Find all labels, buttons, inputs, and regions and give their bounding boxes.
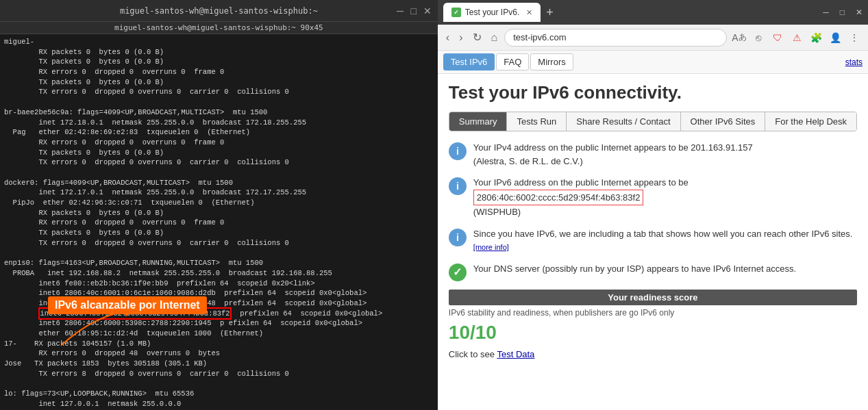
readiness-bar: Your readiness score bbox=[449, 290, 857, 305]
terminal-line-20: TX errors 0 dropped 0 overruns 0 carrier… bbox=[4, 239, 289, 247]
browser-maximize-btn[interactable]: □ bbox=[840, 8, 845, 17]
terminal-line-19: TX packets 0 bytes 0 (0.0 B) bbox=[4, 229, 164, 237]
home-btn[interactable]: ⌂ bbox=[488, 30, 501, 45]
info-icon-dns: ✓ bbox=[449, 264, 467, 281]
content-tab-summary[interactable]: Summary bbox=[449, 112, 508, 131]
terminal-line-4: TX packets 0 bytes 0 (0.0 B) bbox=[4, 78, 164, 86]
terminal-title: miguel-santos-wh@miguel-santos-wisphub:~ bbox=[120, 6, 318, 16]
translate-icon[interactable]: Aあ bbox=[731, 29, 747, 46]
tab-favicon: ✓ bbox=[451, 8, 461, 17]
terminal-line-14: docker0: flags=4099<UP,BROADCAST,MULTICA… bbox=[4, 179, 233, 187]
info-icon-ipv4: i bbox=[449, 142, 467, 160]
terminal-highlighted-line: inet6 2806:40c:6002:cccc:5d29:954f:4b63:… bbox=[4, 307, 382, 320]
terminal-line-32: Jose TX packets 1853 bytes 305188 (305.1… bbox=[4, 359, 207, 368]
terminal-line-33: TX errors 8 dropped 0 overruns 0 carrier… bbox=[4, 370, 289, 378]
terminal-line-11: TX packets 0 bytes 0 (0.0 B) bbox=[4, 149, 164, 157]
more-info-link[interactable]: [more info] bbox=[473, 243, 509, 251]
terminal-line-15: inet 172.17.0.1 netmask 255.255.0.0 broa… bbox=[4, 188, 306, 196]
content-tab-share[interactable]: Share Results / Contact bbox=[567, 112, 680, 131]
terminal-window: miguel-santos-wh@miguel-santos-wisphub:~… bbox=[0, 0, 438, 410]
terminal-line-36: inet 127.0.0.1 netmask 255.0.0.0 bbox=[4, 400, 181, 408]
terminal-line-35: lo: flags=73<UP,LOOPBACK,RUNNING> mtu 65… bbox=[4, 389, 194, 398]
terminal-line-1: RX packets 0 bytes 0 (0.0 B) bbox=[4, 48, 164, 56]
terminal-controls: ─ □ ✕ bbox=[395, 6, 432, 16]
browser-toolbar: ‹ › ↻ ⌂ Aあ ⎋ 🛡 ⚠ 🧩 👤 ⋮ bbox=[438, 25, 868, 51]
browser-minimize-btn[interactable]: ─ bbox=[823, 8, 829, 17]
terminal-line-22: enp1s0: flags=4163<UP,BROADCAST,RUNNING,… bbox=[4, 259, 263, 267]
info-icon-tab: i bbox=[449, 229, 467, 246]
info-block-dns: ✓ Your DNS server (possibly run by your … bbox=[449, 262, 857, 281]
terminal-minimize-btn[interactable]: ─ bbox=[395, 6, 405, 16]
terminal-line-16: PipJo ether 02:42:96:3c:c0:71 txqueuelen… bbox=[4, 198, 254, 207]
terminal-line-8: inet 172.18.0.1 netmask 255.255.0.0 broa… bbox=[4, 118, 306, 127]
content-tabs: Summary Tests Run Share Results / Contac… bbox=[449, 112, 857, 131]
terminal-output: miguel- RX packets 0 bytes 0 (0.0 B) TX … bbox=[4, 37, 434, 409]
shield-icon[interactable]: 🛡 bbox=[769, 29, 786, 46]
browser-content: Test your IPv6 connectivity. Summary Tes… bbox=[438, 74, 868, 410]
terminal-line-23: PROBA inet 192.168.88.2 netmask 255.255.… bbox=[4, 269, 332, 277]
terminal-close-btn[interactable]: ✕ bbox=[423, 6, 432, 16]
terminal-line-18: RX errors 0 dropped 0 overruns 0 frame 0 bbox=[4, 218, 224, 227]
stats-link[interactable]: stats bbox=[845, 57, 863, 67]
terminal-line-26: inet6 2806:40c:6001:0:2359:14hd:45d4:614… bbox=[4, 299, 367, 307]
browser-close-btn[interactable]: ✕ bbox=[856, 8, 863, 17]
test-data-section: Click to see Test Data bbox=[449, 349, 857, 359]
warning-icon[interactable]: ⚠ bbox=[789, 29, 805, 46]
terminal-line-5: TX errors 0 dropped 0 overruns 0 carrier… bbox=[4, 88, 289, 96]
back-btn[interactable]: ‹ bbox=[443, 30, 452, 45]
site-tab-test-ipv6[interactable]: Test IPv6 bbox=[443, 53, 495, 71]
new-tab-btn[interactable]: + bbox=[546, 5, 554, 20]
page-title: Test your IPv6 connectivity. bbox=[449, 82, 857, 103]
terminal-line-25: inet6 2806:40c:6001:0:6c1e:1060:9086:d2d… bbox=[4, 289, 367, 297]
menu-icon[interactable]: ⋮ bbox=[846, 29, 863, 46]
terminal-maximize-btn[interactable]: □ bbox=[409, 6, 419, 16]
terminal-line-31: RX errors 0 dropped 48 overruns 0 bytes bbox=[4, 349, 220, 357]
site-tab-mirrors[interactable]: Mirrors bbox=[530, 53, 573, 71]
toolbar-icons: Aあ ⎋ 🛡 ⚠ 🧩 👤 ⋮ bbox=[731, 29, 863, 46]
terminal-line-3: RX errors 0 dropped 0 overruns 0 frame 0 bbox=[4, 68, 224, 76]
extensions-icon[interactable]: 🧩 bbox=[808, 29, 824, 46]
terminal-line-10: RX errors 0 dropped 0 overruns 0 frame 0 bbox=[4, 138, 224, 146]
terminal-line-29: ether 60:18:95:1c:d2:4d txqueuelen 1000 … bbox=[4, 329, 263, 337]
terminal-line-24: inet6 fe80::eb2b:bc36:1f9e:bb9 prefixlen… bbox=[4, 279, 315, 287]
terminal-titlebar: miguel-santos-wh@miguel-santos-wisphub:~… bbox=[0, 0, 438, 22]
tab-title: Test your IPv6. bbox=[465, 8, 519, 17]
ipv6-address-display: 2806:40c:6002:cccc:5d29:954f:4b63:83f2 bbox=[473, 190, 644, 206]
tab-close-btn[interactable]: ✕ bbox=[526, 8, 532, 17]
address-bar[interactable] bbox=[504, 29, 727, 47]
terminal-line-17: RX packets 0 bytes 0 (0.0 B) bbox=[4, 209, 164, 217]
terminal-body: miguel- RX packets 0 bytes 0 (0.0 B) TX … bbox=[0, 34, 438, 410]
terminal-line-28: inet6 2806:40C:6000:5398c:2788:2290:1945… bbox=[4, 319, 362, 327]
terminal-line-12: TX errors 0 dropped 0 overruns 0 carrier… bbox=[4, 158, 289, 166]
readiness-score: 10/10 bbox=[449, 322, 857, 344]
test-data-link[interactable]: Test Data bbox=[497, 349, 534, 359]
terminal-line-30: 17- RX packets 1045157 (1.0 MB) bbox=[4, 339, 151, 348]
info-block-tab: i Since you have IPv6, we are including … bbox=[449, 227, 857, 254]
terminal-line-9: Pag ether 02:42:8e:69:e2:83 txqueuelen 0… bbox=[4, 128, 250, 136]
terminal-line-7: br-baee2be56c9a: flags=4099<UP,BROADCAST… bbox=[4, 108, 267, 116]
content-tab-tests-run[interactable]: Tests Run bbox=[507, 112, 567, 131]
highlighted-ipv6-addr: inet6 2806:40c:6002:cccc:5d29:954f:4b63:… bbox=[38, 307, 231, 320]
browser-tab-active[interactable]: ✓ Test your IPv6. ✕ bbox=[443, 3, 541, 22]
browser-window: ✓ Test your IPv6. ✕ + ─ □ ✕ ‹ › ↻ ⌂ Aあ ⎋… bbox=[438, 0, 868, 410]
site-tab-faq[interactable]: FAQ bbox=[496, 53, 529, 71]
info-text-ipv4: Your IPv4 address on the public Internet… bbox=[473, 141, 753, 168]
info-block-ipv4: i Your IPv4 address on the public Intern… bbox=[449, 141, 857, 168]
info-text-dns: Your DNS server (possibly run by your IS… bbox=[473, 262, 796, 281]
info-text-tab: Since you have IPv6, we are including a … bbox=[473, 227, 857, 254]
profile-icon[interactable]: 👤 bbox=[827, 29, 843, 46]
content-tab-other-sites[interactable]: Other IPv6 Sites bbox=[681, 112, 766, 131]
share-icon[interactable]: ⎋ bbox=[750, 29, 767, 46]
info-block-ipv6: i Your IPv6 address on the public Intern… bbox=[449, 176, 857, 219]
test-data-prefix: Click to see bbox=[449, 349, 495, 359]
readiness-desc: IPv6 stability and readiness, when publi… bbox=[449, 308, 857, 318]
terminal-line-0: miguel- bbox=[4, 38, 34, 46]
terminal-subtitle: miguel-santos-wh@miguel-santos-wisphub:~… bbox=[0, 22, 438, 34]
reload-btn[interactable]: ↻ bbox=[470, 29, 484, 45]
info-icon-ipv6: i bbox=[449, 177, 467, 195]
forward-btn[interactable]: › bbox=[456, 30, 465, 45]
terminal-line-2: TX packets 0 bytes 0 (0.0 B) bbox=[4, 57, 164, 66]
site-nav: Test IPv6 FAQ Mirrors stats bbox=[438, 51, 868, 74]
info-text-ipv6: Your IPv6 address on the public Internet… bbox=[473, 176, 689, 219]
content-tab-help-desk[interactable]: For the Help Desk bbox=[765, 112, 856, 131]
